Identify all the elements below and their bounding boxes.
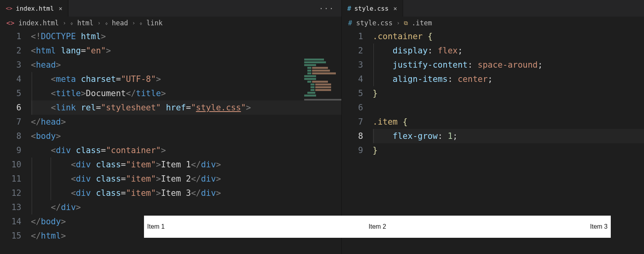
line-number-gutter: 123456789101112131415 — [0, 29, 31, 254]
code-line[interactable]: <link rel="stylesheet" href="style.css"> — [31, 100, 341, 115]
tab-bar-left: <> index.html × ··· — [0, 0, 341, 17]
close-icon[interactable]: × — [59, 5, 63, 12]
line-number: 10 — [0, 157, 21, 172]
tab-style-css[interactable]: # style.css × — [342, 0, 403, 17]
css-file-icon: # — [348, 19, 352, 27]
line-number: 5 — [342, 86, 363, 100]
code-line[interactable]: <div class="item">Item 2</div> — [31, 172, 341, 186]
line-number: 2 — [0, 44, 21, 58]
breadcrumb-item[interactable]: link — [146, 19, 163, 27]
chevron-right-icon: › — [396, 20, 400, 26]
line-number: 4 — [342, 72, 363, 86]
breadcrumb-right[interactable]: # style.css › ⧉ .item — [342, 17, 644, 29]
line-number: 9 — [0, 143, 21, 157]
html-file-icon: <> — [6, 19, 14, 27]
line-number: 1 — [342, 29, 363, 44]
line-number: 3 — [342, 58, 363, 72]
chevron-right-icon: › — [97, 20, 100, 26]
code-line[interactable]: <meta charset="UTF-8"> — [31, 72, 341, 86]
line-number: 7 — [342, 115, 363, 129]
line-number: 13 — [0, 200, 21, 214]
css-file-icon: # — [347, 5, 351, 12]
code-line[interactable]: } — [373, 86, 644, 100]
code-line[interactable]: } — [373, 143, 644, 157]
code-line[interactable]: align-items: center; — [373, 72, 644, 86]
line-number: 14 — [0, 214, 21, 229]
line-number: 6 — [0, 100, 21, 115]
symbol-icon: ⬨ — [70, 20, 73, 26]
code-line[interactable]: flex-grow: 1; — [373, 129, 644, 143]
symbol-icon: ⧉ — [404, 20, 408, 27]
tab-label: index.html — [16, 5, 54, 12]
html-file-icon: <> — [6, 5, 13, 12]
close-icon[interactable]: × — [393, 5, 397, 12]
line-number: 15 — [0, 229, 21, 243]
chevron-right-icon: › — [132, 20, 135, 26]
code-line[interactable]: justify-content: space-around; — [373, 58, 644, 72]
code-line[interactable]: .item { — [373, 115, 644, 129]
preview-item: Item 2 — [299, 223, 455, 230]
code-line[interactable]: <div class="item">Item 3</div> — [31, 186, 341, 200]
line-number: 9 — [342, 143, 363, 157]
breadcrumb-item[interactable]: html — [77, 19, 93, 27]
preview-item: Item 1 — [144, 223, 299, 230]
line-number: 4 — [0, 72, 21, 86]
tab-index-html[interactable]: <> index.html × — [0, 0, 68, 17]
breadcrumb-item[interactable]: .item — [412, 19, 432, 27]
code-line[interactable] — [373, 100, 644, 115]
code-line[interactable]: <head> — [31, 58, 341, 72]
code-line[interactable]: <!DOCTYPE html> — [31, 29, 341, 44]
line-number: 1 — [0, 29, 21, 44]
tab-overflow-icon[interactable]: ··· — [319, 4, 334, 13]
symbol-icon: ⬨ — [105, 20, 108, 26]
code-line[interactable]: </div> — [31, 200, 341, 214]
line-number: 7 — [0, 115, 21, 129]
breadcrumb-item[interactable]: head — [112, 19, 128, 27]
code-line[interactable]: display: flex; — [373, 44, 644, 58]
minimap-slider[interactable] — [304, 99, 341, 100]
browser-preview: Item 1 Item 2 Item 3 — [144, 216, 611, 238]
line-number: 8 — [342, 129, 363, 143]
breadcrumb-item[interactable]: style.css — [356, 19, 392, 27]
chevron-right-icon: › — [63, 20, 66, 26]
symbol-icon: ⬨ — [139, 20, 142, 26]
line-number: 2 — [342, 44, 363, 58]
tab-label: style.css — [354, 5, 389, 12]
tab-bar-right: # style.css × — [342, 0, 644, 17]
breadcrumb-item[interactable]: index.html — [18, 19, 59, 27]
breadcrumb-left[interactable]: <> index.html › ⬨ html › ⬨ head › ⬨ link — [0, 17, 341, 29]
line-number: 3 — [0, 58, 21, 72]
code-line[interactable]: <title>Document</title> — [31, 86, 341, 100]
code-line[interactable]: <div class="container"> — [31, 143, 341, 157]
code-line[interactable]: </head> — [31, 115, 341, 129]
code-line[interactable]: .container { — [373, 29, 644, 44]
preview-item: Item 3 — [455, 223, 611, 230]
line-number: 8 — [0, 129, 21, 143]
line-number: 12 — [0, 186, 21, 200]
line-number: 6 — [342, 100, 363, 115]
code-line[interactable]: <div class="item">Item 1</div> — [31, 157, 341, 172]
code-line[interactable]: <body> — [31, 129, 341, 143]
code-line[interactable]: <html lang="en"> — [31, 44, 341, 58]
line-number: 11 — [0, 172, 21, 186]
line-number: 5 — [0, 86, 21, 100]
